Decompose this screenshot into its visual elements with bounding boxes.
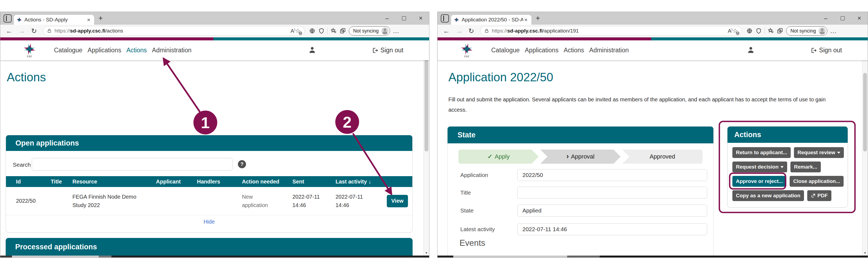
hide-link[interactable]: Hide bbox=[6, 219, 412, 225]
scroll-down-icon[interactable]: ▼ bbox=[862, 251, 868, 255]
copy-as-new-application-button[interactable]: Copy as a new application bbox=[733, 190, 804, 201]
nav-item-administration[interactable]: Administration bbox=[589, 46, 629, 54]
close-button[interactable]: × bbox=[851, 12, 868, 25]
cell-last-activity: 2022-07-1114:46 bbox=[336, 193, 387, 209]
col-applicant[interactable]: Applicant bbox=[156, 178, 197, 185]
return-to-applicant-button[interactable]: Return to applicant... bbox=[733, 147, 791, 158]
vertical-scrollbar[interactable]: ▲ ▼ bbox=[862, 40, 868, 256]
approve-or-reject-button[interactable]: Approve or reject... bbox=[733, 176, 786, 187]
new-tab-button[interactable]: + bbox=[536, 14, 540, 22]
pdf-button[interactable]: PDF bbox=[807, 190, 831, 201]
refresh-button[interactable]: ↻ bbox=[467, 28, 476, 34]
search-input[interactable] bbox=[32, 158, 232, 170]
nav-item-actions[interactable]: Actions bbox=[126, 46, 147, 54]
profile-not-syncing-button[interactable]: Not syncing bbox=[786, 26, 827, 35]
view-button[interactable]: View bbox=[387, 195, 408, 207]
site-nav: csc Catalogue Applications Actions Admin… bbox=[437, 40, 868, 60]
url-text: https://sd-apply.csc.fi/actions bbox=[55, 28, 123, 34]
csc-logo: csc bbox=[459, 43, 474, 58]
help-icon[interactable]: ? bbox=[238, 160, 246, 168]
nav-item-catalogue[interactable]: Catalogue bbox=[54, 46, 83, 54]
browser-essentials-icon[interactable] bbox=[755, 28, 762, 34]
csc-logo: csc bbox=[22, 43, 37, 58]
table-row: 2022/50 FEGA Finnish Node DemoStudy 2022… bbox=[6, 187, 412, 215]
minimize-button[interactable]: – bbox=[379, 12, 396, 25]
field-row-latest-activity: Latest activity 2022-07-11 14:46 bbox=[447, 223, 713, 235]
tracking-prevention-icon[interactable] bbox=[309, 28, 315, 34]
settings-more-icon[interactable]: … bbox=[393, 27, 400, 35]
forward-button: → bbox=[454, 28, 464, 34]
add-favorite-icon[interactable]: ☆+ bbox=[295, 27, 301, 34]
tab-close-icon[interactable]: × bbox=[523, 16, 529, 23]
col-title[interactable]: Title bbox=[51, 178, 72, 185]
horizontal-scrollbar[interactable] bbox=[0, 256, 429, 258]
scrollbar-thumb[interactable] bbox=[863, 73, 867, 151]
favorites-icon[interactable] bbox=[768, 28, 774, 34]
sign-out-button[interactable]: Sign out bbox=[810, 46, 842, 54]
field-value-latest-activity: 2022-07-11 14:46 bbox=[517, 223, 707, 235]
split-screen-icon[interactable] bbox=[340, 28, 346, 34]
col-resource[interactable]: Resource bbox=[72, 178, 156, 185]
state-panel: State ✓Apply ›Approval Approved Applicat… bbox=[447, 126, 714, 256]
not-syncing-label: Not syncing bbox=[790, 28, 816, 34]
account-icon[interactable] bbox=[747, 46, 755, 55]
sort-desc-icon: ↓ bbox=[368, 178, 371, 184]
tracking-prevention-icon[interactable] bbox=[746, 28, 753, 34]
forward-button: → bbox=[17, 28, 27, 34]
page-description-line1: Fill out and submit the application. Sev… bbox=[448, 97, 826, 103]
scroll-down-icon[interactable]: ▼ bbox=[424, 251, 429, 255]
hscrollbar-thumb[interactable] bbox=[453, 256, 567, 258]
state-panel-header: State bbox=[447, 127, 713, 143]
horizontal-scrollbar[interactable] bbox=[437, 256, 868, 258]
read-aloud-icon[interactable]: A) bbox=[290, 28, 295, 34]
request-decision-button[interactable]: Request decision bbox=[733, 162, 787, 172]
vertical-scrollbar[interactable]: ▲ ▼ bbox=[424, 40, 429, 256]
refresh-button[interactable]: ↻ bbox=[30, 28, 38, 34]
open-applications-card: Open applications Search ? Id Title Reso… bbox=[6, 135, 412, 233]
nav-item-applications[interactable]: Applications bbox=[88, 46, 121, 54]
new-tab-button[interactable]: + bbox=[98, 14, 103, 22]
nav-item-administration[interactable]: Administration bbox=[152, 46, 191, 54]
tab-application[interactable]: Application 2022/50 - SD-Apply × bbox=[451, 15, 531, 25]
workflow-steps: ✓Apply ›Approval Approved bbox=[458, 149, 703, 164]
account-icon[interactable] bbox=[308, 46, 316, 55]
favorites-icon[interactable] bbox=[330, 28, 337, 34]
vertical-tabs-icon[interactable] bbox=[3, 14, 12, 23]
nav-item-applications[interactable]: Applications bbox=[525, 46, 558, 54]
minimize-button[interactable]: – bbox=[817, 12, 834, 25]
hscrollbar-thumb[interactable] bbox=[12, 256, 99, 258]
sign-out-button[interactable]: Sign out bbox=[372, 46, 403, 54]
col-handlers[interactable]: Handlers bbox=[197, 178, 242, 185]
settings-more-icon[interactable]: … bbox=[830, 27, 837, 35]
address-bar[interactable]: https://sd-apply.csc.fi/actions A) ☆+ bbox=[43, 26, 305, 36]
vertical-tabs-icon[interactable] bbox=[441, 14, 449, 23]
scrollbar-thumb[interactable] bbox=[425, 59, 428, 151]
browser-essentials-icon[interactable] bbox=[318, 28, 325, 34]
request-review-button[interactable]: Request review bbox=[794, 147, 844, 158]
tab-close-icon[interactable]: × bbox=[86, 16, 91, 23]
profile-not-syncing-button[interactable]: Not syncing bbox=[349, 26, 390, 35]
col-id[interactable]: Id bbox=[16, 178, 51, 185]
col-sent[interactable]: Sent bbox=[292, 178, 336, 185]
col-last-activity[interactable]: Last activity ↓ bbox=[336, 178, 387, 185]
back-button[interactable]: ← bbox=[441, 28, 452, 34]
site-nav: csc Catalogue Applications Actions Admin… bbox=[0, 40, 429, 60]
maximize-button[interactable] bbox=[834, 12, 851, 25]
tab-actions[interactable]: Actions - SD-Apply × bbox=[14, 15, 94, 25]
address-bar[interactable]: https://sd-apply.csc.fi/application/191 … bbox=[480, 26, 742, 36]
remark-button[interactable]: Remark... bbox=[790, 162, 821, 172]
back-button[interactable]: ← bbox=[4, 28, 14, 34]
col-action-needed[interactable]: Action needed bbox=[242, 178, 292, 185]
tab-title: Actions - SD-Apply bbox=[24, 17, 86, 23]
maximize-button[interactable] bbox=[396, 12, 412, 25]
add-favorite-icon[interactable]: ☆+ bbox=[733, 27, 738, 34]
split-screen-icon[interactable] bbox=[777, 28, 783, 34]
brand-ribbon-teal bbox=[651, 37, 868, 40]
close-application-button[interactable]: Close application... bbox=[789, 176, 844, 187]
brand-ribbon bbox=[437, 37, 868, 40]
close-button[interactable]: × bbox=[412, 12, 429, 25]
nav-item-catalogue[interactable]: Catalogue bbox=[491, 46, 520, 54]
read-aloud-icon[interactable]: A) bbox=[728, 28, 733, 34]
field-label: Application bbox=[460, 169, 488, 181]
nav-item-actions[interactable]: Actions bbox=[564, 46, 584, 54]
